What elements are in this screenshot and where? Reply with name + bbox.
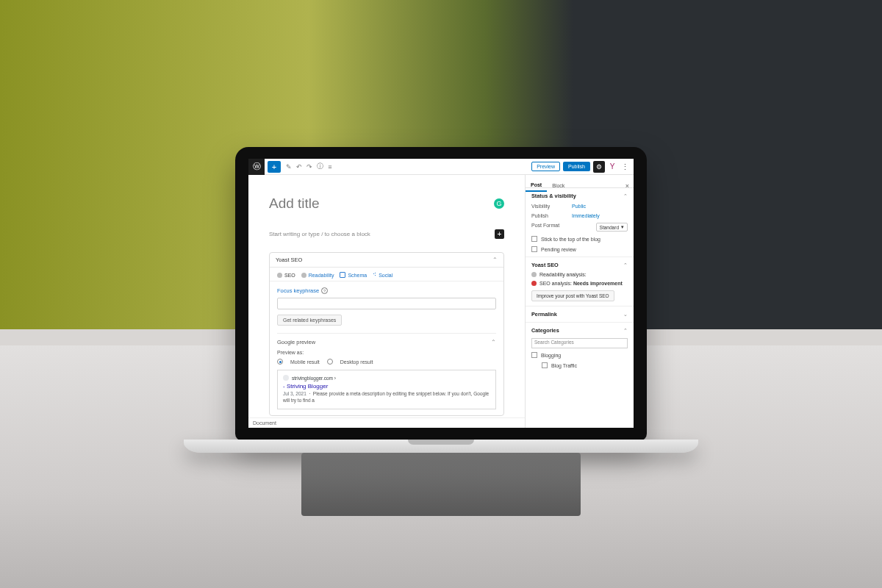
grammarly-icon[interactable]: G (494, 198, 504, 209)
checkbox-stick-top[interactable] (531, 236, 537, 242)
settings-icon[interactable]: ⚙ (593, 161, 605, 173)
outline-icon[interactable]: ≡ (325, 159, 335, 175)
focus-keyphrase-input[interactable] (277, 298, 496, 309)
tab-schema[interactable]: Schema (340, 272, 367, 278)
undo-icon[interactable]: ↶ (294, 159, 304, 175)
redo-icon[interactable]: ↷ (304, 159, 315, 175)
wordpress-logo-icon[interactable]: ⓦ (248, 159, 265, 175)
globe-icon (283, 375, 289, 381)
google-snippet-preview: strivingblogger.com › - Striving Blogger… (277, 370, 496, 409)
radio-desktop-result[interactable] (327, 359, 333, 365)
laptop: ⓦ + ✎ ↶ ↷ ⓘ ≡ Preview Publish ⚙ Y ⋮ WPBa… (235, 147, 647, 441)
chevron-up-icon[interactable]: ⌃ (623, 327, 628, 334)
preview-button[interactable]: Preview (531, 162, 560, 171)
mobile-result-label: Mobile result (290, 359, 320, 365)
editor-main: Add title G Start writing or type / to c… (248, 175, 525, 428)
section-categories: Categories⌃ Search Categories Blogging B… (526, 323, 634, 373)
section-yoast-seo: Yoast SEO⌃ Readability analysis: SEO ana… (526, 257, 634, 306)
search-categories-input[interactable] (531, 338, 628, 348)
settings-sidebar: Post Block × Status & visibility⌃ Visibi… (525, 175, 634, 428)
yoast-seo-panel: Yoast SEO ⌃ SEO Readability Schema ⠪Soci… (269, 252, 504, 416)
more-menu-icon[interactable]: ⋮ (620, 165, 631, 169)
chevron-up-icon[interactable]: ⌃ (492, 257, 498, 263)
share-icon: ⠪ (373, 272, 376, 278)
section-permalink[interactable]: Permalink⌄ (526, 306, 634, 323)
chevron-up-icon[interactable]: ⌃ (623, 262, 628, 268)
seo-dot-icon (531, 281, 537, 286)
tab-post[interactable]: Post (526, 182, 547, 192)
yoast-panel-title: Yoast SEO (276, 257, 302, 263)
footer-document-tab[interactable]: Document (248, 417, 525, 428)
wordpress-editor-screen: ⓦ + ✎ ↶ ↷ ⓘ ≡ Preview Publish ⚙ Y ⋮ WPBa… (248, 159, 634, 428)
insert-block-button[interactable]: + (495, 229, 504, 239)
checkbox-category-blogging[interactable] (531, 352, 537, 358)
improve-yoast-button[interactable]: Improve your post with Yoast SEO (531, 290, 614, 301)
edit-icon[interactable]: ✎ (284, 159, 294, 175)
chevron-up-icon[interactable]: ⌃ (491, 339, 496, 345)
post-title-input[interactable]: Add title (269, 196, 494, 212)
close-sidebar-icon[interactable]: × (620, 182, 634, 193)
publish-value[interactable]: Immediately (572, 213, 600, 218)
yoast-icon[interactable]: Y (608, 161, 617, 173)
tab-readability[interactable]: Readability (301, 272, 334, 278)
visibility-value[interactable]: Public (572, 204, 586, 209)
section-status-visibility: Status & visibility⌃ VisibilityPublic Pu… (526, 188, 634, 257)
snippet-date: Jul 3, 2021 (283, 391, 306, 396)
post-body-input[interactable]: Start writing or type / to choose a bloc… (269, 231, 495, 237)
checkbox-pending-review[interactable] (531, 246, 537, 252)
chevron-down-icon: ▾ (621, 224, 624, 230)
publish-button[interactable]: Publish (563, 162, 590, 171)
help-icon[interactable]: ? (321, 287, 328, 294)
yoast-tabs: SEO Readability Schema ⠪Social (270, 268, 503, 282)
radio-mobile-result[interactable] (277, 359, 283, 365)
checkbox-category-blog-traffic[interactable] (542, 362, 548, 368)
post-format-select[interactable]: Standard▾ (596, 223, 628, 232)
get-related-keyphrases-button[interactable]: Get related keyphrases (277, 315, 342, 326)
google-preview-heading: Google preview (277, 339, 315, 345)
tab-block[interactable]: Block (547, 183, 570, 191)
desktop-result-label: Desktop result (340, 359, 373, 365)
preview-as-label: Preview as: (277, 350, 496, 355)
info-icon[interactable]: ⓘ (315, 159, 325, 175)
snippet-title: - Striving Blogger (283, 383, 490, 390)
readability-dot-icon (531, 272, 537, 277)
editor-toolbar: ⓦ + ✎ ↶ ↷ ⓘ ≡ Preview Publish ⚙ Y ⋮ (248, 159, 634, 175)
snippet-description: Please provide a meta description by edi… (283, 391, 489, 403)
tab-seo[interactable]: SEO (277, 272, 295, 278)
focus-keyphrase-label: Focus keyphrase ? (277, 287, 496, 294)
chevron-down-icon: ⌄ (623, 311, 628, 318)
chevron-up-icon[interactable]: ⌃ (623, 193, 628, 199)
add-block-button[interactable]: + (268, 161, 281, 173)
tab-social[interactable]: ⠪Social (373, 272, 392, 278)
